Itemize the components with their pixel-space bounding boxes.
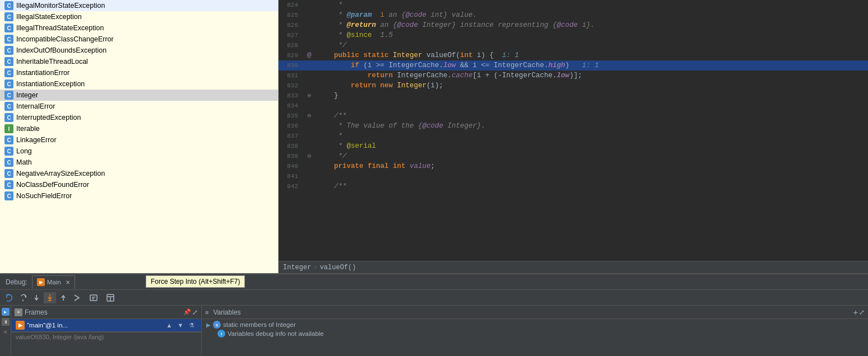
list-item[interactable]: C Long — [0, 146, 278, 157]
class-icon: C — [4, 1, 13, 10]
var-tree-item-debug-info: i Variables debug info not available — [202, 329, 868, 338]
frame-up-button[interactable]: ▲ — [164, 320, 174, 330]
expand-arrow-icon: ▶ — [206, 322, 211, 328]
class-name: LinkageError — [16, 136, 57, 144]
list-item[interactable]: C IndexOutOfBoundsException — [0, 45, 278, 56]
debug-panel: Debug: ▶ Main ✕ Force Step Into (Alt+Shi… — [0, 273, 868, 356]
code-content[interactable]: 824 * 825 * @param i an {@code int} valu… — [278, 0, 868, 261]
restart-button[interactable] — [3, 292, 16, 303]
code-line-824: 824 * — [278, 0, 868, 10]
line-number: 837 — [278, 131, 304, 141]
frames-restore-button[interactable]: ⤢ — [192, 308, 198, 316]
list-item[interactable]: C IllegalThreadStateException — [0, 22, 278, 34]
line-code: return IntegerCache.cache[i + (-IntegerC… — [315, 71, 868, 81]
line-number: 838 — [278, 141, 304, 151]
frames-pin-button[interactable]: 📌 — [183, 308, 191, 316]
list-item[interactable]: C NoClassDefFoundError — [0, 179, 278, 190]
list-item[interactable]: C InterruptedException — [0, 112, 278, 123]
list-item[interactable]: C InstantiationException — [0, 78, 278, 90]
code-lines: 824 * 825 * @param i an {@code int} valu… — [278, 0, 868, 191]
line-number: 836 — [278, 121, 304, 131]
list-item[interactable]: C IllegalStateException — [0, 11, 278, 22]
code-line-832: 832 return new Integer(i); — [278, 81, 868, 91]
class-icon: C — [4, 24, 13, 32]
force-step-into-button[interactable] — [44, 292, 56, 303]
line-gutter: ⊖ — [304, 91, 315, 101]
list-item[interactable]: C LinkageError — [0, 134, 278, 146]
line-code: /** — [315, 111, 868, 121]
line-gutter: ⊖ — [304, 151, 315, 161]
class-name: Math — [16, 158, 32, 166]
class-name: Long — [16, 147, 32, 155]
list-item[interactable]: C InheritableThreadLocal — [0, 56, 278, 67]
line-number: 842 — [278, 181, 304, 191]
line-number: 826 — [278, 20, 304, 30]
frame-filter-button[interactable]: ⚗ — [187, 320, 197, 330]
code-line-829: 829 @ public static Integer valueOf(int … — [278, 50, 868, 60]
class-icon: C — [4, 12, 13, 21]
line-number: 824 — [278, 0, 304, 10]
line-code: /** — [315, 181, 868, 191]
code-line-837: 837 * — [278, 131, 868, 141]
frame-item-main[interactable]: ▶ "main"@1 in... ▲ ▼ ⚗ — [11, 319, 201, 331]
line-number: 830 — [278, 60, 304, 71]
run-to-cursor-button[interactable] — [71, 292, 83, 303]
line-code: */ — [315, 40, 868, 50]
line-number: 829 — [278, 50, 304, 60]
tab-main[interactable]: ▶ Main ✕ — [32, 275, 75, 289]
breadcrumb-class[interactable]: Integer — [283, 264, 311, 271]
step-into-button[interactable] — [30, 292, 43, 303]
step-over-button[interactable] — [17, 292, 29, 303]
frame-down-button[interactable]: ▼ — [175, 320, 185, 330]
pause-button[interactable]: ⏸ — [2, 318, 10, 326]
list-item[interactable]: I Iterable — [0, 123, 278, 134]
class-name: NoSuchFieldError — [16, 192, 72, 200]
vars-add-button[interactable]: + — [853, 308, 858, 316]
list-item[interactable]: C NoSuchFieldError — [0, 190, 278, 202]
frames-label: Frames — [25, 308, 48, 316]
class-list-panel: C IllegalMonitorStateException C Illegal… — [0, 0, 278, 273]
code-line-825: 825 * @param i an {@code int} value. — [278, 10, 868, 20]
step-out-button[interactable] — [57, 292, 69, 303]
line-code: if (i >= IntegerCache.low && i <= Intege… — [315, 60, 868, 71]
vars-restore-button[interactable]: ⤢ — [859, 308, 865, 316]
code-line-841: 841 — [278, 171, 868, 181]
code-line-842: 842 /** — [278, 181, 868, 191]
line-number: 835 — [278, 111, 304, 121]
line-code: * @return an {@code Integer} instance re… — [315, 20, 868, 30]
stop-button[interactable]: ■ — [2, 328, 10, 336]
resume-button[interactable]: ▶ — [2, 308, 10, 316]
list-item-selected[interactable]: C Integer — [0, 90, 278, 101]
code-line-840: 840 private final int value; — [278, 161, 868, 171]
var-tree-item-static[interactable]: ▶ s static members of Integer — [202, 320, 868, 329]
frame-controls: ▲ ▼ ⚗ — [164, 320, 197, 330]
class-name: Integer — [16, 91, 38, 99]
list-item[interactable]: C IncompatibleClassChangeError — [0, 34, 278, 45]
list-item[interactable]: C InternalError — [0, 101, 278, 112]
evaluate-button[interactable] — [87, 292, 100, 303]
list-item[interactable]: C IllegalMonitorStateException — [0, 0, 278, 11]
code-line-833: 833 ⊖ } — [278, 91, 868, 101]
class-name: InstantiationException — [16, 80, 85, 88]
restore-layout-button[interactable] — [104, 292, 117, 303]
tab-close-button[interactable]: ✕ — [66, 279, 70, 285]
line-code: * @param i an {@code int} value. — [315, 10, 868, 20]
code-line-839: 839 ⊖ */ — [278, 151, 868, 161]
line-gutter: ⊖ — [304, 111, 315, 121]
code-line-834: 834 — [278, 101, 868, 111]
list-item[interactable]: C NegativeArraySizeException — [0, 168, 278, 179]
class-name: IndexOutOfBoundsException — [16, 46, 106, 54]
line-number: 840 — [278, 161, 304, 171]
debug-info-label: Variables debug info not available — [228, 330, 324, 337]
svg-rect-5 — [90, 295, 97, 301]
debug-tabs-bar: Debug: ▶ Main ✕ Force Step Into (Alt+Shi… — [0, 274, 868, 290]
class-name: InstantiationError — [16, 69, 69, 77]
line-code: } — [315, 91, 868, 101]
list-item-math[interactable]: C Math — [0, 157, 278, 168]
breadcrumb-method[interactable]: valueOf() — [320, 264, 356, 271]
list-item[interactable]: C InstantiationError — [0, 67, 278, 78]
class-icon: C — [4, 113, 13, 122]
static-label: static members of Integer — [223, 321, 296, 328]
class-icon: C — [4, 46, 13, 55]
class-name: InternalError — [16, 102, 55, 110]
